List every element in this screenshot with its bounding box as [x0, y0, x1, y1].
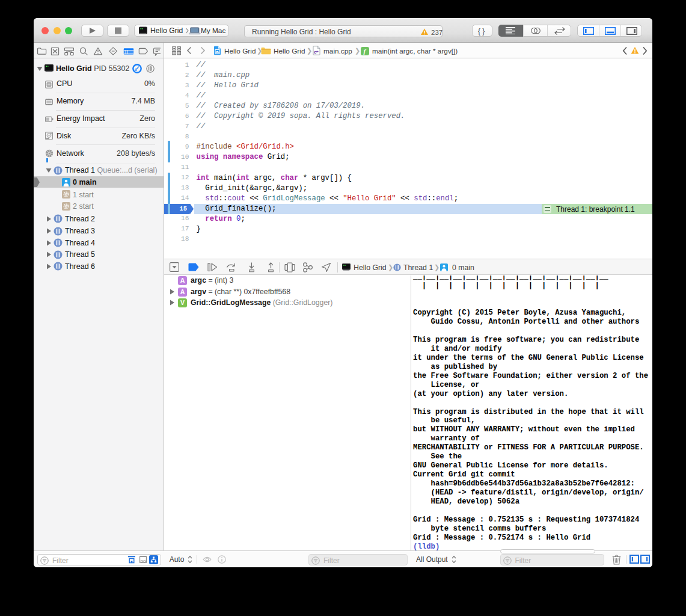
svg-text:{ }: { } [478, 26, 485, 35]
svg-text:Hello Grid: Hello Grid [150, 26, 183, 35]
svg-text:My Mac: My Mac [201, 26, 225, 35]
svg-text:237: 237 [431, 28, 443, 35]
